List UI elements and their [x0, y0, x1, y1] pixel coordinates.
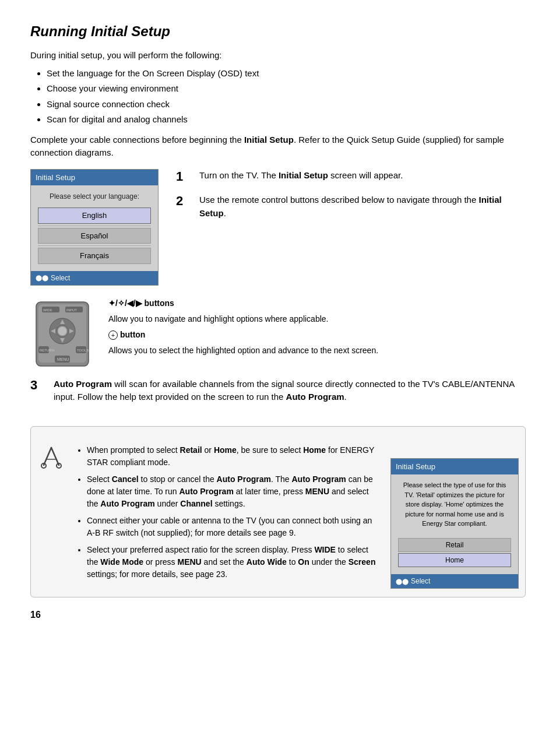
setup-screen2-retail[interactable]: Retail [398, 538, 511, 552]
note-bullet-3: Connect either your cable or antenna to … [87, 515, 380, 539]
note-section: When prompted to select Retail or Home, … [30, 426, 526, 598]
step-1-content: Turn on the TV. The Initial Setup screen… [199, 169, 526, 187]
step-3-num: 3 [30, 378, 47, 393]
arrow-buttons-desc: Allow you to navigate and highlight opti… [108, 313, 526, 325]
svg-text:WIDE: WIDE [43, 308, 52, 312]
intro-paragraph: During initial setup, you will perform t… [30, 49, 526, 62]
steps-1-2: 1 Turn on the TV. The Initial Setup scre… [176, 169, 526, 232]
setup-screen2-footer-icon: ⬤⬤ [396, 577, 409, 586]
svg-line-19 [44, 448, 51, 465]
page-number: 16 [30, 608, 526, 622]
bullet-2: Choose your viewing environment [47, 82, 526, 96]
step-3: 3 Auto Program will scan for available c… [30, 378, 526, 409]
lang-option-francais[interactable]: Français [38, 248, 151, 264]
setup-screen2-desc: Please select the type of use for this T… [398, 480, 511, 529]
step-1-num: 1 [176, 169, 192, 184]
step-2-num: 2 [176, 194, 192, 209]
step-3-content: Auto Program will scan for available cha… [54, 378, 526, 409]
svg-text:TOOLS: TOOLS [77, 349, 89, 352]
note-bullet-1: When prompted to select Retail or Home, … [87, 444, 380, 469]
setup-section: Initial Setup Please select your languag… [30, 169, 526, 286]
note-bullet-2: Select Cancel to stop or cancel the Auto… [87, 473, 380, 510]
setup-screen2-body: Please select the type of use for this T… [391, 474, 518, 574]
step-2: 2 Use the remote control buttons describ… [176, 194, 526, 224]
step-2-content: Use the remote control buttons described… [199, 194, 526, 224]
note-bullets-area: When prompted to select Retail or Home, … [76, 441, 380, 586]
cable-para: Complete your cable connections before b… [30, 133, 526, 160]
footer-icon: ⬤⬤ [36, 273, 48, 282]
intro-bullets: Set the language for the On Screen Displ… [47, 67, 526, 126]
setup-screen-title: Initial Setup [31, 170, 158, 186]
setup-screen2-box: Initial Setup Please select the type of … [390, 458, 519, 589]
step-3-text: Auto Program will scan for available cha… [54, 378, 526, 404]
setup-screen-body: Please select your language: English Esp… [31, 185, 158, 271]
svg-text:RETURN: RETURN [40, 349, 54, 352]
note-bullets-list: When prompted to select Retail or Home, … [87, 444, 380, 581]
remote-section: WIDE INPUT RETURN TOOLS MENU ✦/✧/◀/▶ but… [30, 297, 526, 367]
setup-screen2-title: Initial Setup [391, 459, 518, 475]
setup-screen2: Initial Setup Please select the type of … [390, 458, 516, 589]
footer-select-label: Select [51, 273, 70, 283]
initial-setup-screen: Initial Setup Please select your languag… [30, 169, 159, 286]
note-inner: When prompted to select Retail or Home, … [37, 441, 516, 589]
remote-control-image: WIDE INPUT RETURN TOOLS MENU [30, 297, 94, 367]
bullet-3: Signal source connection check [47, 98, 526, 111]
setup-screen-footer: ⬤⬤ Select [31, 271, 158, 285]
lang-option-english[interactable]: English [38, 208, 151, 224]
page-title: Running Initial Setup [30, 21, 526, 42]
circle-button-icon: + [108, 330, 118, 340]
remote-desc: ✦/✧/◀/▶ buttons Allow you to navigate an… [108, 297, 526, 360]
setup-screen2-footer-label: Select [411, 576, 430, 586]
remote-svg: WIDE INPUT RETURN TOOLS MENU [30, 297, 94, 370]
arrow-buttons-label: ✦/✧/◀/▶ buttons [108, 297, 526, 310]
svg-line-20 [51, 448, 59, 465]
svg-point-12 [58, 326, 67, 336]
setup-screen2-home[interactable]: Home [398, 553, 511, 567]
cable-para-start: Complete your cable connections before b… [30, 135, 244, 145]
step-1: 1 Turn on the TV. The Initial Setup scre… [176, 169, 526, 187]
note-icon [37, 443, 66, 479]
bullet-4: Scan for digital and analog channels [47, 113, 526, 126]
bullet-1: Set the language for the On Screen Displ… [47, 67, 526, 80]
setup-screen-label: Please select your language: [38, 191, 151, 202]
step-2-text: Use the remote control buttons described… [199, 194, 526, 220]
note-bullet-4: Select your preferred aspect ratio for t… [87, 544, 380, 581]
circle-button-label: + button [108, 329, 526, 341]
step-1-text: Turn on the TV. The Initial Setup screen… [199, 169, 526, 182]
setup-screen2-footer: ⬤⬤ Select [391, 574, 518, 588]
circle-button-desc: Allows you to select the highlighted opt… [108, 344, 526, 357]
svg-text:MENU: MENU [57, 357, 69, 361]
lang-option-espanol[interactable]: Español [38, 228, 151, 244]
cable-para-bold: Initial Setup [244, 135, 294, 145]
svg-text:INPUT: INPUT [66, 308, 77, 312]
note-icon-svg [38, 443, 65, 470]
